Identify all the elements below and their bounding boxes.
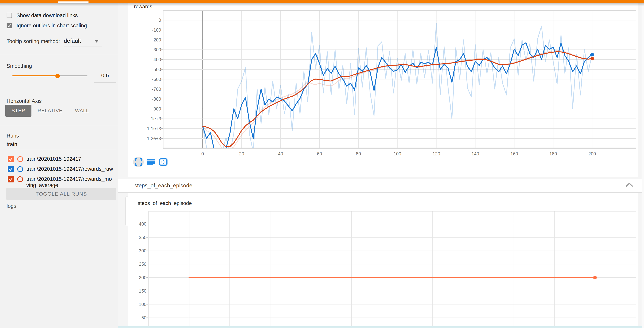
divider xyxy=(0,55,118,55)
y-tick-label: 200 xyxy=(139,275,146,280)
chevron-up-icon[interactable] xyxy=(626,182,633,188)
tensorboard-app: Show data download links Ignore outliers… xyxy=(0,0,644,328)
slider-thumb[interactable] xyxy=(56,74,60,78)
axis-relative-button[interactable]: RELATIVE xyxy=(32,105,69,117)
dropdown-underline xyxy=(64,47,102,47)
y-tick-label: -900 xyxy=(152,106,161,111)
active-tab-indicator xyxy=(58,1,88,3)
run-checkbox-icon[interactable] xyxy=(8,166,14,172)
checkbox-unchecked-icon[interactable] xyxy=(6,12,12,18)
y-tick-label: 50 xyxy=(141,315,146,320)
tooltip-sorting-label: Tooltip sorting method: xyxy=(6,38,60,44)
rewards-chart-card: rewards 0204060801001201401601802000-100… xyxy=(128,3,638,176)
horizontal-axis-button-group: STEP RELATIVE WALL xyxy=(5,105,95,117)
y-tick-label: -600 xyxy=(152,77,161,82)
y-tick-label: -800 xyxy=(152,96,161,102)
run-color-swatch-icon[interactable] xyxy=(17,176,23,182)
x-tick-label: 200 xyxy=(588,151,596,156)
y-tick-label: -100 xyxy=(152,27,161,32)
x-tick-label: 40 xyxy=(278,151,283,156)
slider-fill xyxy=(12,75,58,76)
settings-sidebar: Show data download links Ignore outliers… xyxy=(0,3,118,328)
chevron-down-icon[interactable] xyxy=(94,40,98,42)
run-checkbox-icon[interactable] xyxy=(8,156,14,162)
run-row[interactable]: train/20201015-192417 xyxy=(8,156,114,162)
ignore-outliers-row[interactable]: Ignore outliers in chart scaling xyxy=(6,22,87,29)
x-tick-label: 120 xyxy=(432,151,440,156)
chart-title: rewards xyxy=(134,4,152,9)
x-tick-label: 60 xyxy=(317,151,322,156)
data-series-icon[interactable] xyxy=(146,157,156,167)
run-filter-underline xyxy=(6,150,116,150)
smoothing-value-underline xyxy=(94,83,116,83)
axis-wall-button[interactable]: WALL xyxy=(69,105,95,117)
smoothing-label: Smoothing xyxy=(6,63,32,69)
divider xyxy=(0,126,118,126)
y-tick-label: 350 xyxy=(139,235,146,240)
expand-chart-icon[interactable] xyxy=(133,157,144,167)
y-tick-label: 0 xyxy=(158,17,161,23)
vertical-scrollbar-track[interactable] xyxy=(642,3,644,328)
fit-domain-icon[interactable] xyxy=(158,157,168,167)
y-tick-label: -400 xyxy=(152,57,161,62)
tooltip-sorting-dropdown[interactable]: default xyxy=(64,38,81,44)
x-tick-label: 20 xyxy=(239,151,244,156)
toggle-all-runs-button[interactable]: TOGGLE ALL RUNS xyxy=(6,188,116,200)
y-tick-label: -1e+3 xyxy=(149,116,161,121)
divider xyxy=(0,88,118,88)
y-tick-label: 300 xyxy=(139,248,146,253)
horizontal-scrollbar-track[interactable] xyxy=(118,326,644,328)
smoothing-value-input[interactable]: 0.6 xyxy=(94,72,116,79)
top-app-bar xyxy=(0,0,644,3)
logs-path-label: logs xyxy=(6,203,16,209)
section-header-steps-of-each-episode[interactable]: steps_of_each_episode xyxy=(118,179,644,193)
y-tick-label: 150 xyxy=(139,288,146,294)
y-tick-label: -500 xyxy=(152,67,161,72)
y-tick-label: 250 xyxy=(139,262,146,267)
run-checkbox-icon[interactable] xyxy=(8,176,14,182)
run-label: train/20201015-192417/rewards_moving_ave… xyxy=(26,176,114,188)
run-row[interactable]: train/20201015-192417/rewards_moving_ave… xyxy=(8,176,114,188)
y-tick-label: 400 xyxy=(139,221,146,226)
y-tick-label: -200 xyxy=(152,37,161,42)
x-tick-label: 0 xyxy=(201,151,204,156)
y-tick-label: -1.1e+3 xyxy=(146,126,161,131)
series-end-dot xyxy=(590,53,594,56)
series-end-dot xyxy=(593,276,597,279)
rewards-line-chart[interactable]: 0204060801001201401601802000-100-200-300… xyxy=(128,10,638,162)
axis-step-button[interactable]: STEP xyxy=(5,105,32,117)
x-tick-label: 80 xyxy=(356,151,361,156)
checkbox-label: Ignore outliers in chart scaling xyxy=(16,23,87,29)
y-tick-label: -700 xyxy=(152,87,161,92)
steps-chart-card: steps_of_each_episode 400350300250200150… xyxy=(128,193,638,328)
run-row[interactable]: train/20201015-192417/rewards_raw xyxy=(8,166,114,172)
show-data-download-links-row[interactable]: Show data download links xyxy=(6,12,78,19)
run-label: train/20201015-192417/rewards_raw xyxy=(26,166,114,172)
checkbox-label: Show data download links xyxy=(16,12,78,18)
horizontal-axis-label: Horizontal Axis xyxy=(6,98,42,104)
run-color-swatch-icon[interactable] xyxy=(17,166,23,172)
runs-label: Runs xyxy=(6,133,19,139)
smoothing-slider[interactable] xyxy=(12,75,88,76)
run-filter-input[interactable] xyxy=(6,141,109,147)
chart-toolbar xyxy=(133,157,170,167)
x-tick-label: 140 xyxy=(472,151,479,156)
y-tick-label: -300 xyxy=(152,47,161,52)
checkbox-checked-icon[interactable] xyxy=(6,23,12,28)
run-color-swatch-icon[interactable] xyxy=(17,156,23,162)
chart-title: steps_of_each_episode xyxy=(138,200,192,206)
x-tick-label: 100 xyxy=(394,151,401,156)
y-tick-label: -1.2e+3 xyxy=(146,136,161,141)
x-tick-label: 180 xyxy=(550,151,557,156)
series-end-dot xyxy=(590,57,594,60)
plot-border xyxy=(149,211,636,328)
steps-line-chart[interactable]: 40035030025020015010050 xyxy=(128,211,638,328)
x-tick-label: 160 xyxy=(510,151,518,156)
run-label: train/20201015-192417 xyxy=(26,156,114,162)
y-tick-label: 100 xyxy=(139,302,146,307)
section-title: steps_of_each_episode xyxy=(134,182,192,189)
